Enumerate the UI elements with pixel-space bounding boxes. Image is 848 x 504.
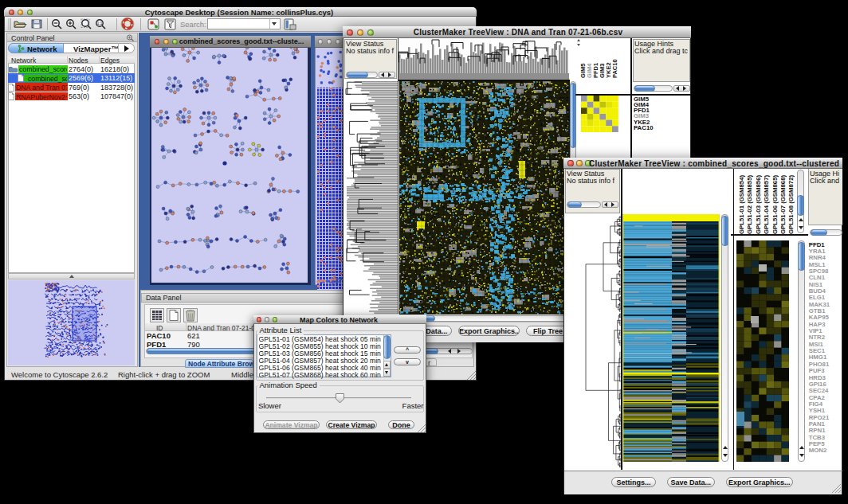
svg-text:1:1: 1:1 xyxy=(97,21,103,25)
